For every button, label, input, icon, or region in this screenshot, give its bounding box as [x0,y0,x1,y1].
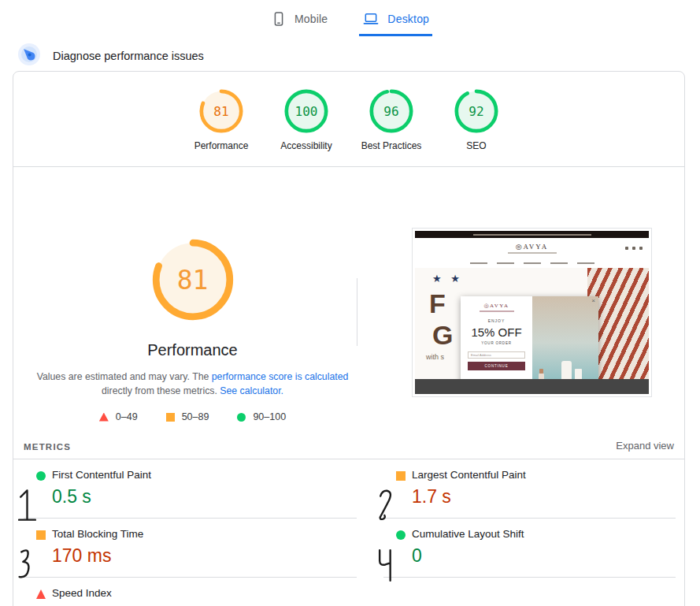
performance-main-gauge: 81 [152,239,234,321]
popup-close-icon[interactable]: × [591,297,595,304]
device-tabs: Mobile Desktop [0,0,700,36]
section-title: Diagnose performance issues [53,50,204,62]
best-practices-gauge-ring: 96 [369,89,413,133]
metrics-column-left: First Contentful Paint 0.5 s Total Block… [24,459,357,606]
metric-name: Total Blocking Time [52,528,357,540]
legend-pass-range: 90–100 [253,411,286,422]
metric-cumulative-layout-shift: Cumulative Layout Shift 0 [383,519,676,578]
legend-fail: 0–49 [99,411,138,422]
hero-caption: with s [426,353,444,361]
product-bottle-cap [539,369,543,374]
average-square-icon [396,471,406,481]
metrics-heading: METRICS [24,442,71,452]
hero-letter-f: F [429,288,446,319]
performance-score: 81 [199,89,243,133]
metric-value: 0 [412,545,676,567]
cart-icon [639,247,643,250]
category-gauges: 81 Performance 100 Accessibility 96 Best… [13,72,684,151]
metric-name: Cumulative Layout Shift [412,528,676,540]
seo-score: 92 [454,89,498,133]
score-disclaimer: Values are estimated and may vary. The p… [24,370,362,398]
legend-average: 50–89 [166,411,209,422]
site-brand: AVYA [524,243,549,251]
hero-stars: ★ ★ [432,273,463,284]
tab-mobile[interactable]: Mobile [268,5,331,36]
site-logo-mark: ◎ [516,243,524,251]
metric-first-contentful-paint: First Contentful Paint 0.5 s [24,459,357,519]
site-logo: ◎AVYA [516,243,549,251]
popup-product-image [532,296,598,379]
best-practices-score: 96 [369,89,413,133]
metric-speed-index: Speed Index 3.5 s [24,578,357,606]
popup-tagline [480,310,514,312]
popup-email-input[interactable]: Email Address [468,351,525,359]
product-tube [561,361,572,379]
average-square-icon [36,530,46,540]
score-legend: 0–49 50–89 90–100 [13,411,372,422]
account-icon [632,247,635,250]
site-header: ◎AVYA [415,238,649,258]
site-hero: ★ ★ F G with s ★ ◎AVYA ENJOY 15% OFF YOU… [415,268,649,379]
accessibility-score: 100 [284,89,328,133]
gauge-best-practices[interactable]: 96 Best Practices [369,89,413,151]
legend-average-range: 50–89 [182,411,209,422]
performance-summary: 81 Performance Values are estimated and … [13,167,684,431]
popup-logo: ◎AVYA [483,303,509,309]
tab-desktop[interactable]: Desktop [359,5,432,36]
gauge-seo[interactable]: 92 SEO [454,89,498,151]
accessibility-gauge-label: Accessibility [280,140,331,151]
performance-main-score: 81 [152,239,234,321]
legend-pass: 90–100 [237,411,286,422]
site-header-icons [625,247,643,250]
fail-triangle-icon [36,589,46,599]
performance-gauge-label: Performance [194,140,249,151]
product-bottle [539,374,544,379]
site-announcement-bar [415,231,649,238]
see-calculator-link[interactable]: See calculator. [220,385,283,396]
gauge-accessibility[interactable]: 100 Accessibility [284,89,328,151]
best-practices-gauge-label: Best Practices [361,140,422,151]
diagnose-gauge-icon [17,43,41,69]
metric-total-blocking-time: Total Blocking Time 170 ms [24,519,357,578]
promo-popup: ◎AVYA ENJOY 15% OFF YOUR ORDER Email Add… [461,296,598,379]
site-screenshot: ◎AVYA ★ ★ F G with s ★ ◎AVYA [415,231,649,394]
hero-letter-g: G [432,320,453,351]
metric-value: 1.7 s [412,486,676,507]
site-nav [415,258,649,268]
average-square-icon [166,413,175,422]
site-screenshot-thumbnail: ◎AVYA ★ ★ F G with s ★ ◎AVYA [412,228,652,397]
metrics-grid: First Contentful Paint 0.5 s Total Block… [13,459,684,606]
popup-continue-button[interactable]: CONTINUE [468,362,525,370]
seo-gauge-ring: 92 [454,89,498,133]
tab-desktop-label: Desktop [387,13,429,25]
popup-headline: 15% OFF [471,325,521,339]
pass-circle-icon [36,471,46,481]
accessibility-gauge-ring: 100 [284,89,328,133]
disclaimer-text: Values are estimated and may vary. The [37,371,212,382]
metric-name: First Contentful Paint [52,469,357,481]
seo-gauge-label: SEO [466,140,486,151]
performance-summary-left: 81 Performance Values are estimated and … [13,167,372,431]
metric-name: Largest Contentful Paint [412,469,676,481]
search-icon [625,247,628,250]
metric-value: 170 ms [52,545,357,567]
performance-section-title: Performance [13,341,372,359]
metric-value: 0.5 s [52,486,357,507]
pass-circle-icon [396,530,406,540]
metrics-column-right: Largest Contentful Paint 1.7 s Cumulativ… [383,459,676,606]
popup-subhead: YOUR ORDER [481,341,512,345]
promo-popup-content: ◎AVYA ENJOY 15% OFF YOUR ORDER Email Add… [461,296,532,379]
tab-mobile-label: Mobile [294,13,328,25]
product-tube-small [575,369,582,379]
metrics-header: METRICS Expand view [13,431,684,452]
legend-fail-range: 0–49 [116,411,138,422]
gauge-performance[interactable]: 81 Performance [199,89,243,151]
site-tagline [508,252,557,254]
site-footer-band [415,379,649,394]
divider-vertical [357,278,357,346]
expand-view-link[interactable]: Expand view [616,440,674,452]
disclaimer-text-2: directly from these metrics. [102,385,220,396]
popup-eyebrow: ENJOY [488,318,506,323]
performance-gauge-ring: 81 [199,89,243,133]
score-calculation-link[interactable]: performance score is calculated [212,371,349,382]
